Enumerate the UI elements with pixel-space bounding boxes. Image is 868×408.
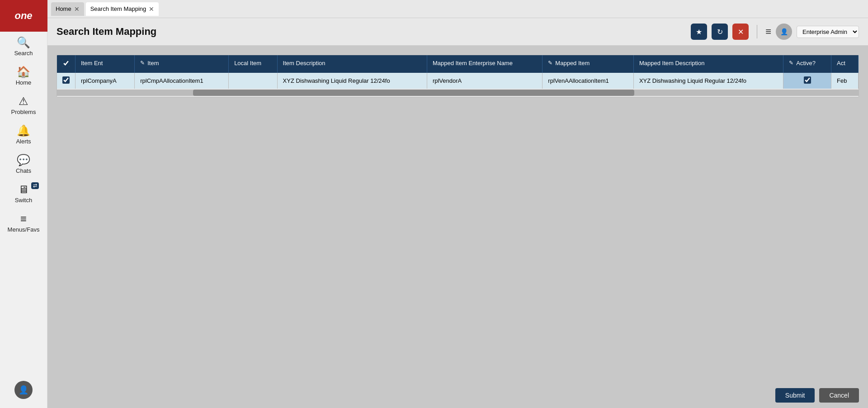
sidebar-item-search[interactable]: 🔍 Search — [0, 32, 47, 61]
sidebar-item-switch[interactable]: 🖥 ⇄ Switch — [0, 179, 47, 208]
row-select-checkbox[interactable] — [62, 76, 70, 84]
row-mapped-item-enterprise-name: rplVendorA — [433, 77, 462, 84]
col-mapped-item-label: Mapped Item — [555, 60, 590, 66]
switch-icon: 🖥 — [18, 183, 29, 196]
star-button[interactable]: ★ — [691, 24, 707, 40]
avatar: 👤 — [14, 381, 33, 399]
tab-home[interactable]: Home ✕ — [51, 2, 84, 16]
col-select — [57, 55, 75, 73]
sidebar-item-alerts[interactable]: 🔔 Alerts — [0, 120, 47, 149]
content-area: Item Ent ✎ Item Local Item Item — [47, 46, 868, 383]
row-item-description: XYZ Dishwashing Liquid Regular 12/24fo — [283, 77, 390, 84]
col-active: ✎ Active? — [783, 55, 831, 73]
tab-home-close[interactable]: ✕ — [74, 6, 80, 12]
row-mapped-item: rplVenAAllocationItem1 — [548, 77, 609, 84]
sidebar: one 🔍 Search 🏠 Home ⚠ Problems 🔔 Alerts … — [0, 0, 47, 408]
col-mapped-item-enterprise-name-label: Mapped Item Enterprise Name — [433, 60, 513, 66]
main-panel: Home ✕ Search Item Mapping ✕ Search Item… — [47, 0, 868, 408]
refresh-icon: ↻ — [717, 28, 723, 36]
submit-button[interactable]: Submit — [775, 388, 815, 403]
col-item-description: Item Description — [277, 55, 427, 73]
row-item-cell: rplCmpAAllocationItem1 — [135, 73, 229, 89]
col-act: Act — [831, 55, 859, 73]
row-mapped-item-description: XYZ Dishwashing Liquid Regular 12/24fo — [639, 77, 746, 84]
col-act-label: Act — [837, 60, 845, 66]
app-logo: one — [0, 0, 47, 32]
header-divider — [757, 25, 757, 38]
row-act: Feb — [837, 77, 847, 84]
sidebar-item-problems[interactable]: ⚠ Problems — [0, 90, 47, 120]
select-all-checkbox[interactable] — [62, 60, 70, 67]
col-mapped-item-edit-icon: ✎ — [548, 60, 552, 66]
row-select-cell[interactable] — [57, 73, 75, 89]
col-mapped-item-enterprise-name: Mapped Item Enterprise Name — [427, 55, 542, 73]
footer: Submit Cancel — [47, 383, 868, 408]
user-avatar-icon: 👤 — [780, 28, 788, 35]
page-title: Search Item Mapping — [57, 26, 686, 38]
tab-home-label: Home — [56, 5, 71, 12]
close-button[interactable]: ✕ — [732, 24, 749, 40]
user-avatar-sidebar[interactable]: 👤 — [0, 376, 47, 403]
menu-icon: ≡ — [20, 213, 27, 225]
chat-icon: 💬 — [17, 154, 30, 166]
tab-search-item-mapping[interactable]: Search Item Mapping ✕ — [86, 2, 159, 16]
tab-search-item-mapping-label: Search Item Mapping — [90, 5, 146, 12]
row-item-ent: rplCompanyA — [81, 77, 117, 84]
col-active-label: Active? — [796, 60, 816, 66]
user-role-select[interactable]: Enterprise Admin — [797, 26, 859, 38]
sidebar-item-home[interactable]: 🏠 Home — [0, 61, 47, 90]
star-icon: ★ — [696, 28, 702, 36]
scroll-thumb[interactable] — [193, 90, 634, 96]
row-mapped-item-cell: rplVenAAllocationItem1 — [542, 73, 634, 89]
item-mapping-table: Item Ent ✎ Item Local Item Item — [57, 55, 859, 89]
search-icon: 🔍 — [17, 36, 30, 49]
user-role-dropdown[interactable]: Enterprise Admin — [797, 26, 859, 38]
col-item-label: Item — [147, 60, 159, 66]
col-local-item-label: Local Item — [234, 60, 261, 66]
close-icon: ✕ — [738, 28, 744, 36]
row-active-checkbox[interactable] — [804, 76, 811, 84]
refresh-button[interactable]: ↻ — [712, 24, 728, 40]
tab-search-item-mapping-close[interactable]: ✕ — [149, 6, 154, 12]
col-item: ✎ Item — [135, 55, 229, 73]
col-mapped-item-description-label: Mapped Item Description — [639, 60, 705, 66]
horizontal-scrollbar[interactable] — [57, 90, 859, 96]
col-item-ent: Item Ent — [75, 55, 135, 73]
page-header: Search Item Mapping ★ ↻ ✕ ≡ 👤 Enterprise… — [47, 18, 868, 46]
row-item-ent-cell: rplCompanyA — [75, 73, 135, 89]
table-header-row: Item Ent ✎ Item Local Item Item — [57, 55, 859, 73]
table-row: rplCompanyA rplCmpAAllocationItem1 XYZ D… — [57, 73, 859, 89]
col-mapped-item: ✎ Mapped Item — [542, 55, 634, 73]
row-active-cell[interactable] — [783, 73, 831, 89]
row-item: rplCmpAAllocationItem1 — [140, 77, 203, 84]
home-icon: 🏠 — [17, 66, 30, 78]
row-item-description-cell: XYZ Dishwashing Liquid Regular 12/24fo — [277, 73, 427, 89]
table-body: rplCompanyA rplCmpAAllocationItem1 XYZ D… — [57, 73, 859, 89]
sidebar-item-chats[interactable]: 💬 Chats — [0, 149, 47, 179]
bell-icon: 🔔 — [17, 124, 30, 137]
row-mapped-item-description-cell: XYZ Dishwashing Liquid Regular 12/24fo — [633, 73, 783, 89]
col-item-edit-icon: ✎ — [140, 60, 145, 66]
sidebar-item-menus[interactable]: ≡ Menus/Favs — [0, 208, 47, 237]
row-mapped-item-enterprise-name-cell: rplVendorA — [427, 73, 542, 89]
hamburger-button[interactable]: ≡ — [765, 26, 771, 38]
hamburger-icon: ≡ — [765, 26, 771, 37]
user-avatar-header: 👤 — [776, 24, 792, 40]
col-mapped-item-description: Mapped Item Description — [633, 55, 783, 73]
col-local-item: Local Item — [229, 55, 277, 73]
col-item-description-label: Item Description — [283, 60, 326, 66]
switch-badge: ⇄ — [31, 182, 39, 189]
avatar-icon: 👤 — [19, 385, 28, 395]
col-active-edit-icon: ✎ — [789, 60, 793, 66]
cancel-button[interactable]: Cancel — [819, 388, 859, 403]
warning-icon: ⚠ — [19, 95, 28, 108]
row-act-cell: Feb — [831, 73, 859, 89]
col-item-ent-label: Item Ent — [81, 60, 103, 66]
tab-bar: Home ✕ Search Item Mapping ✕ — [47, 0, 868, 18]
row-local-item-cell — [229, 73, 277, 89]
table-container: Item Ent ✎ Item Local Item Item — [57, 55, 859, 97]
